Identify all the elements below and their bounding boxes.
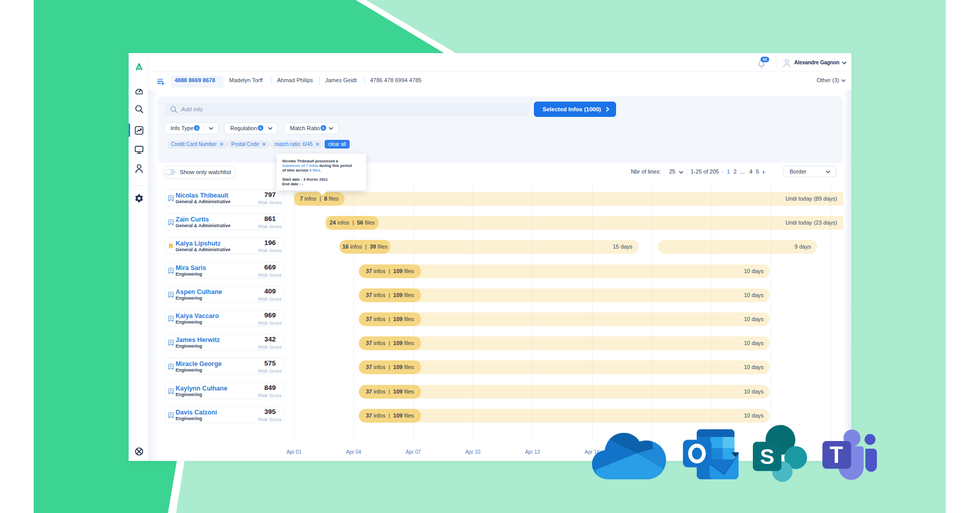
svg-text:S: S [760, 445, 774, 469]
